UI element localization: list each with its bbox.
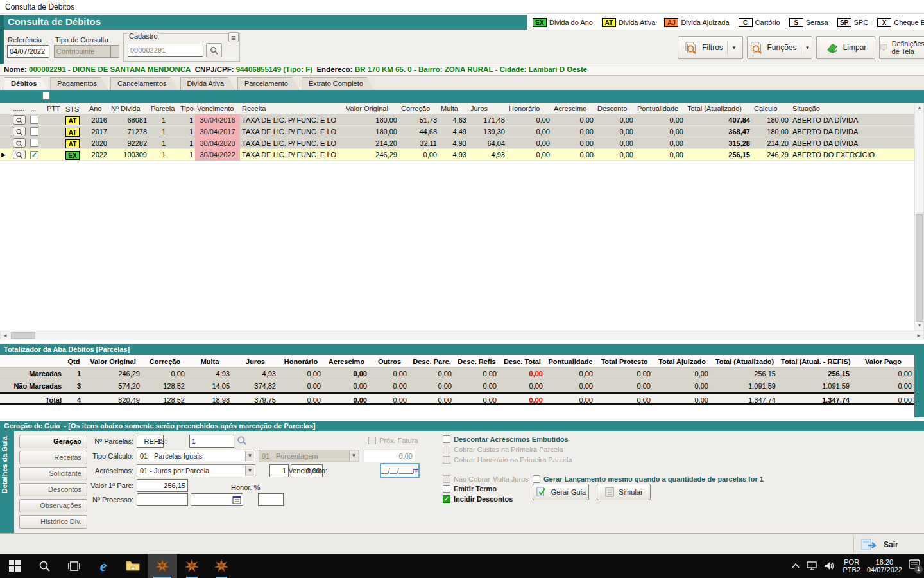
refis-input[interactable] — [189, 435, 234, 448]
horizontal-scrollbar[interactable]: ◄ ► — [0, 331, 924, 340]
cadastro-input[interactable] — [128, 44, 203, 57]
horizontal-scroll-thumb[interactable] — [11, 332, 35, 339]
cell-multa: 4,49 — [439, 126, 468, 137]
row-detail-button[interactable] — [13, 150, 26, 159]
app-window-button[interactable] — [207, 554, 236, 578]
cell-detail — [12, 126, 28, 137]
referencia-input[interactable] — [7, 45, 49, 58]
tab-parcelamento[interactable]: Parcelamento — [237, 77, 299, 90]
tray-chevron-icon[interactable] — [791, 563, 800, 569]
calendar-icon[interactable] — [413, 466, 418, 475]
scroll-up-icon[interactable]: ▲ — [915, 103, 924, 112]
vertical-scrollbar[interactable]: ▲ ▼ — [914, 103, 924, 331]
row-detail-button[interactable] — [13, 115, 26, 125]
app-window-button[interactable] — [177, 554, 207, 578]
honor-input[interactable] — [258, 493, 284, 506]
scroll-right-icon[interactable]: ► — [914, 331, 923, 340]
totalizador-cell: 4,93 — [232, 368, 278, 380]
gerar-lancamento-checkbox[interactable]: Gerar Lançamento mesmo quando a quantida… — [533, 475, 764, 483]
select-all-checkbox[interactable] — [42, 92, 50, 100]
row-detail-button[interactable] — [13, 127, 26, 136]
funcoes-button[interactable]: Funções▼ — [747, 36, 812, 59]
list-icon[interactable]: ≣ — [228, 32, 239, 42]
emitir-termo-checkbox[interactable]: Emitir Termo — [443, 485, 497, 493]
row-checkbox[interactable] — [30, 127, 38, 136]
incidir-descontos-checkbox[interactable]: ✓Incidir Descontos — [443, 495, 513, 503]
totalizador-cell: 0,00 — [454, 380, 499, 392]
taskbar-search-button[interactable] — [30, 554, 59, 578]
totalizador-cell: 0,00 — [545, 380, 595, 392]
table-row[interactable]: AT2017712781130/04/2017TAXA DE LIC. P/ F… — [0, 126, 914, 137]
processo-date-field[interactable] — [191, 493, 243, 506]
filtros-button[interactable]: Filtros▼ — [678, 36, 743, 59]
cell-receita: TAXA DE LIC. P/ FUNC. E LO — [240, 137, 344, 149]
nao-cobrar-multa-checkbox[interactable]: Não Cobrar Multa Juros — [443, 475, 529, 483]
tab-cancelamentos[interactable]: Cancelamentos — [110, 77, 177, 90]
table-row[interactable]: ▶✓EX20221003091130/04/2022TAXA DE LIC. P… — [0, 149, 914, 161]
tipo-consulta-select[interactable] — [54, 45, 110, 58]
tab-extrato-completo[interactable]: Extrato Completo — [302, 77, 374, 90]
cobrar-honorario-checkbox[interactable]: Cobrar Honorário na Primeira Parcela — [443, 456, 572, 464]
tab-divida-ativa[interactable]: Divida Ativa — [180, 77, 235, 90]
sair-button[interactable]: Sair — [853, 536, 918, 552]
valor-parc-input[interactable] — [137, 479, 188, 492]
magnifier-icon — [15, 140, 23, 147]
limpar-button[interactable]: Limpar — [816, 36, 875, 59]
col-header: Juros — [232, 356, 278, 367]
tab-debitos[interactable]: Débitos — [4, 77, 47, 90]
app-window-button-active[interactable] — [148, 554, 177, 578]
network-icon[interactable] — [807, 561, 818, 570]
file-explorer-button[interactable] — [118, 554, 148, 578]
cadastro-search-button[interactable] — [206, 43, 222, 57]
internet-explorer-button[interactable]: e — [89, 554, 118, 578]
row-checkbox[interactable] — [30, 139, 38, 147]
filter-search-icon — [684, 41, 698, 54]
tipo-consulta-dropdown-button[interactable] — [110, 45, 119, 58]
task-view-button[interactable] — [59, 554, 89, 578]
vencimento-date-field[interactable]: __/__/____ — [380, 463, 420, 478]
scroll-left-icon[interactable]: ◄ — [1, 331, 10, 340]
col-header: ...... — [12, 103, 28, 114]
simular-button[interactable]: Simular — [597, 484, 651, 500]
definicoes-tela-button[interactable]: Definiçõesde Tela — [879, 36, 924, 59]
row-detail-button[interactable] — [13, 138, 26, 148]
cell-n-divida: 100309 — [109, 149, 149, 161]
volume-icon[interactable] — [825, 561, 836, 570]
vertical-scroll-thumb[interactable] — [916, 214, 923, 322]
table-row[interactable]: AT2016680811130/04/2016TAXA DE LIC. P/ F… — [0, 114, 914, 126]
porcentagem-select[interactable]: 01 - Porcentagem▼ — [259, 450, 359, 462]
cobrar-custas-checkbox[interactable]: Cobrar Custas na Primeira Parcela — [443, 446, 563, 453]
detalhes-guia-side-tab[interactable]: Detalhes da Guia — [0, 431, 14, 533]
totalizador-row-label: Marcadas — [0, 368, 64, 380]
magnifier-icon — [15, 128, 23, 136]
row-checkbox[interactable] — [30, 116, 38, 124]
col-header: Parcela — [149, 103, 178, 114]
badge-at: AT — [65, 139, 80, 148]
col-header: Desc. Total — [499, 356, 545, 367]
internet-explorer-icon: e — [100, 558, 107, 574]
gerar-guia-button[interactable]: Gerar Guia — [533, 484, 589, 500]
totalizador-row: Não Marcadas3574,20128,5214,05374,820,00… — [0, 380, 914, 392]
notification-center-button[interactable]: 1 — [909, 559, 920, 572]
refis-search-button[interactable] — [237, 435, 247, 448]
scroll-down-icon[interactable]: ▼ — [915, 321, 924, 330]
tipo-calculo-select[interactable]: 01 - Parcelas Iguais▼ — [137, 450, 255, 462]
tab-pagamentos[interactable]: Pagamentos — [50, 77, 108, 90]
start-button[interactable] — [0, 554, 30, 578]
col-header: Pontualidade — [545, 356, 595, 367]
row-checkbox[interactable]: ✓ — [30, 151, 38, 159]
totalizador-cell: 0,00 — [595, 380, 653, 392]
cell-ano: 2016 — [87, 114, 109, 126]
acrescimos-select[interactable]: 01 - Juros por Parcela▼ — [137, 464, 255, 477]
processo-input[interactable] — [137, 493, 188, 506]
cell-desconto: 0,00 — [595, 126, 635, 137]
prox-fatura-checkbox[interactable]: Próx. Fatura — [368, 437, 418, 444]
clock[interactable]: 16:2004/07/2022 — [867, 558, 902, 574]
language-indicator[interactable]: PORPTB2 — [843, 558, 860, 574]
col-header: Total (Atualizado) — [711, 356, 778, 367]
sidebar-item-historico[interactable]: Histórico Div. — [19, 515, 87, 529]
table-row[interactable]: AT2020922821130/04/2020TAXA DE LIC. P/ F… — [0, 137, 914, 149]
calendar-icon[interactable] — [232, 495, 241, 504]
porcentagem-valor-input[interactable] — [364, 450, 415, 462]
descontar-acrescimos-checkbox[interactable]: Descontar Acréscimos Embutidos — [443, 435, 569, 443]
